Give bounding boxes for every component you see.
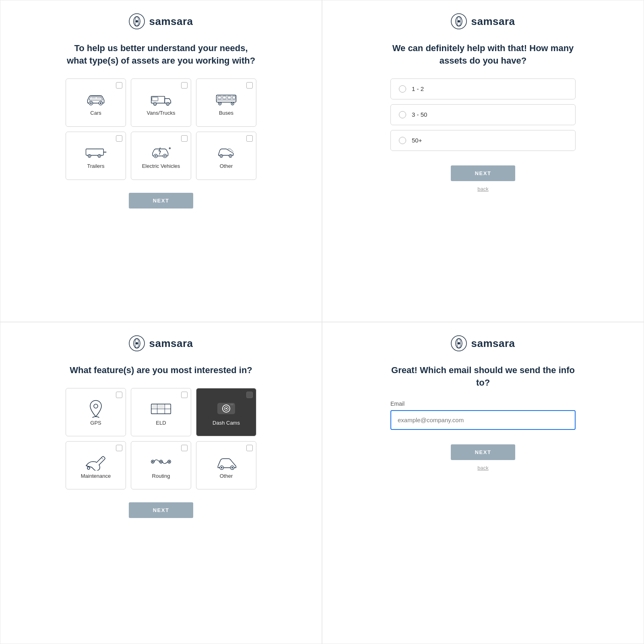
- svg-rect-25: [86, 149, 104, 155]
- email-label: Email: [390, 400, 576, 407]
- feature-grid: GPS ELD: [66, 388, 256, 489]
- dash-cams-label: Dash Cams: [213, 420, 240, 426]
- radio-1-2[interactable]: 1 - 2: [390, 78, 576, 99]
- samsara-logo-icon-p2: [451, 13, 467, 29]
- logo-text-p4: samsara: [471, 337, 515, 350]
- eld-icon: [150, 400, 172, 417]
- panel3-next-button[interactable]: NEXT: [129, 502, 194, 518]
- svg-point-38: [221, 155, 222, 157]
- asset-card-cars[interactable]: Cars: [66, 78, 126, 127]
- svg-point-6: [100, 102, 101, 104]
- svg-point-46: [136, 342, 138, 345]
- svg-rect-53: [158, 405, 164, 408]
- panel2-title: We can definitely help with that! How ma…: [386, 42, 580, 67]
- radio-circle-50plus[interactable]: [399, 137, 406, 144]
- bus-icon: [215, 91, 237, 107]
- radio-label-1-2: 1 - 2: [412, 85, 424, 92]
- svg-point-66: [169, 461, 170, 462]
- svg-point-34: [164, 155, 166, 157]
- samsara-logo-icon-p3: [129, 335, 145, 351]
- svg-point-57: [225, 408, 227, 409]
- checkbox-eld[interactable]: [181, 392, 188, 398]
- logo-text-p1: samsara: [149, 15, 193, 28]
- panel1-title: To help us better understand your needs,…: [64, 42, 258, 67]
- checkbox-gps[interactable]: [116, 392, 122, 398]
- panel4-back-button[interactable]: back: [477, 465, 488, 471]
- svg-point-28: [89, 155, 90, 157]
- svg-rect-52: [152, 405, 157, 408]
- feature-card-routing[interactable]: Routing: [131, 441, 191, 489]
- panel-asset-types: samsara To help us better understand you…: [0, 0, 322, 322]
- checkbox-buses[interactable]: [246, 82, 253, 89]
- gps-label: GPS: [90, 420, 101, 426]
- logo-text-p3: samsara: [149, 337, 193, 350]
- radio-circle-1-2[interactable]: [399, 85, 406, 93]
- svg-point-59: [87, 467, 90, 469]
- svg-point-64: [152, 461, 154, 462]
- panel-features: samsara What feature(s) are you most int…: [0, 322, 322, 644]
- svg-point-73: [458, 342, 460, 345]
- asset-card-trailers[interactable]: Trailers: [66, 132, 126, 180]
- vans-trucks-label: Vans/Trucks: [147, 110, 175, 116]
- svg-point-70: [231, 467, 233, 469]
- logo-panel1: samsara: [129, 13, 193, 29]
- feature-card-gps[interactable]: GPS: [66, 388, 126, 436]
- routing-label: Routing: [152, 473, 170, 479]
- car-icon: [85, 91, 107, 107]
- radio-3-50[interactable]: 3 - 50: [390, 104, 576, 125]
- email-section: Email: [390, 400, 576, 430]
- svg-point-4: [90, 102, 92, 104]
- maintenance-icon: [85, 453, 107, 471]
- svg-point-40: [230, 155, 231, 157]
- panel4-next-button[interactable]: NEXT: [451, 444, 516, 460]
- radio-label-3-50: 3 - 50: [412, 111, 427, 118]
- svg-point-68: [221, 467, 223, 469]
- asset-card-other[interactable]: Other: [196, 132, 256, 180]
- ev-label: Electric Vehicles: [142, 163, 180, 169]
- panel4-title: Great! Which email should we send the in…: [386, 364, 580, 389]
- trailers-label: Trailers: [87, 163, 105, 169]
- maintenance-label: Maintenance: [81, 473, 111, 479]
- svg-point-2: [136, 20, 138, 23]
- logo-panel4: samsara: [451, 335, 515, 351]
- checkbox-ev[interactable]: [181, 135, 188, 142]
- asset-card-ev[interactable]: Electric Vehicles: [131, 132, 191, 180]
- checkbox-trailers[interactable]: [116, 135, 122, 142]
- checkbox-routing[interactable]: [181, 445, 188, 451]
- trailer-icon: [85, 144, 107, 160]
- svg-point-43: [458, 20, 460, 23]
- feature-card-dash-cams[interactable]: Dash Cams: [196, 388, 256, 436]
- asset-card-buses[interactable]: Buses: [196, 78, 256, 127]
- samsara-logo-icon-p1: [129, 13, 145, 29]
- samsara-logo-icon-p4: [451, 335, 467, 351]
- logo-panel3: samsara: [129, 335, 193, 351]
- panel3-title: What feature(s) are you most interested …: [70, 364, 252, 377]
- logo-text-p2: samsara: [471, 15, 515, 28]
- checkbox-cars[interactable]: [116, 82, 122, 89]
- routing-icon: [150, 453, 172, 471]
- gps-icon: [85, 400, 107, 417]
- logo-panel2: samsara: [451, 13, 515, 29]
- feature-card-maintenance[interactable]: Maintenance: [66, 441, 126, 489]
- feature-card-other[interactable]: Other: [196, 441, 256, 489]
- panel1-next-button[interactable]: NEXT: [129, 193, 194, 208]
- buses-label: Buses: [219, 110, 233, 116]
- radio-circle-3-50[interactable]: [399, 111, 406, 118]
- checkbox-maintenance[interactable]: [116, 445, 122, 451]
- checkbox-dash-cams[interactable]: [246, 392, 253, 398]
- panel2-back-button[interactable]: back: [477, 186, 488, 192]
- radio-50plus[interactable]: 50+: [390, 130, 576, 151]
- svg-point-22: [219, 103, 221, 104]
- checkbox-vans[interactable]: [181, 82, 188, 89]
- checkbox-other-features[interactable]: [246, 445, 253, 451]
- ev-icon: [150, 144, 172, 160]
- email-input[interactable]: [390, 410, 576, 430]
- feature-card-eld[interactable]: ELD: [131, 388, 191, 436]
- svg-point-14: [167, 103, 168, 105]
- eld-label: ELD: [156, 420, 166, 426]
- asset-card-vans-trucks[interactable]: Vans/Trucks: [131, 78, 191, 127]
- panel2-next-button[interactable]: NEXT: [451, 165, 516, 181]
- svg-point-30: [99, 155, 100, 157]
- panel-asset-count: samsara We can definitely help with that…: [322, 0, 644, 322]
- checkbox-other-assets[interactable]: [246, 135, 253, 142]
